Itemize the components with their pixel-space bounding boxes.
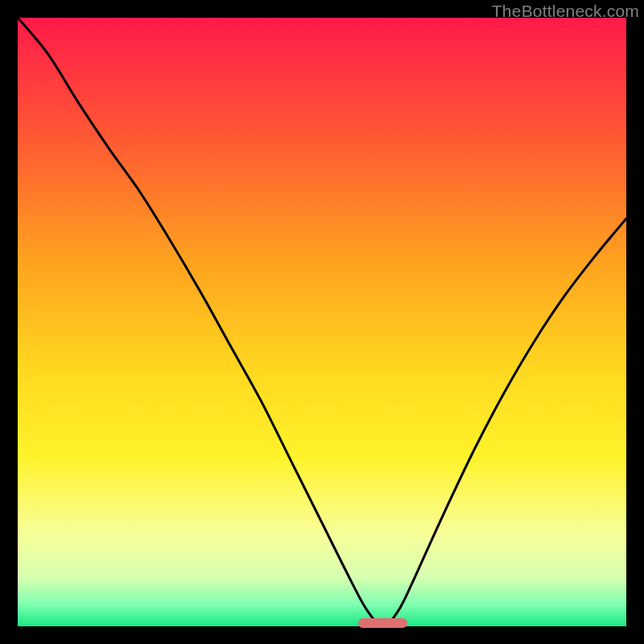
- minimum-marker: [358, 618, 407, 628]
- bottleneck-chart: [18, 18, 626, 626]
- gradient-background: [18, 18, 626, 626]
- watermark-label: TheBottleneck.com: [492, 2, 639, 21]
- chart-frame: [18, 18, 626, 626]
